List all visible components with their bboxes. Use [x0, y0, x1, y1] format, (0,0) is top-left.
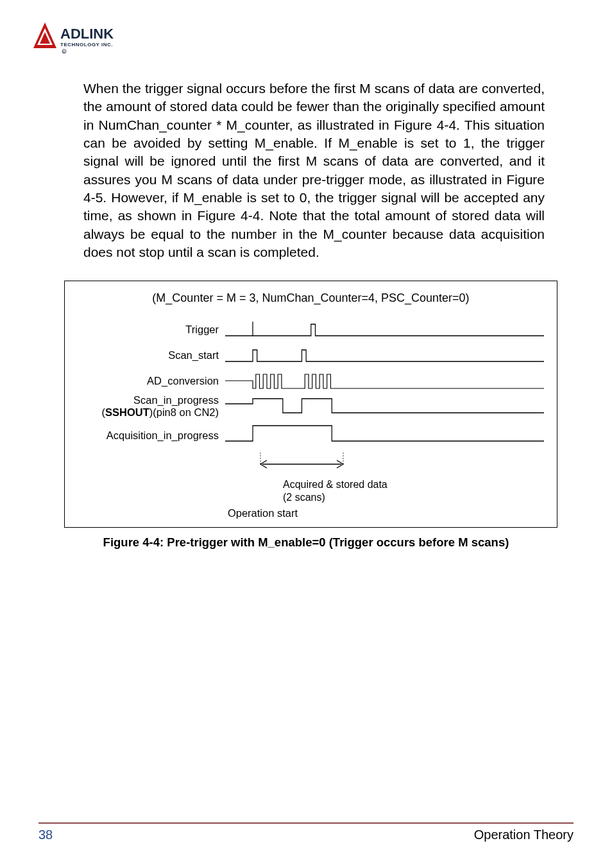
- label-acq-in-progress: Acquisition_in_progress: [78, 430, 225, 442]
- label-scan-start: Scan_start: [78, 349, 225, 361]
- operation-start-label: Operation start: [0, 507, 544, 519]
- logo-text-sub: TECHNOLOGY INC.: [60, 42, 113, 48]
- label-trigger: Trigger: [78, 324, 225, 336]
- label-scan-in-progress: Scan_in_progress (SSHOUT)(pin8 on CN2): [78, 394, 225, 419]
- body-paragraph: When the trigger signal occurs before th…: [83, 80, 545, 261]
- page-footer: 38 Operation Theory: [38, 822, 574, 842]
- page-number: 38: [38, 828, 53, 842]
- signal-row-ad-conversion: AD_conversion: [78, 368, 544, 394]
- figure-annotation-arrow: [232, 451, 544, 480]
- signal-row-trigger: Trigger: [78, 317, 544, 342]
- figure-title: (M_Counter = M = 3, NumChan_Counter=4, P…: [78, 291, 544, 305]
- svg-text:R: R: [63, 50, 65, 54]
- label-sip-line1: Scan_in_progress: [133, 394, 219, 406]
- figure-caption: Figure 4-4: Pre-trigger with M_enable=0 …: [38, 535, 574, 550]
- figure-timing-diagram: (M_Counter = M = 3, NumChan_Counter=4, P…: [64, 281, 557, 527]
- signal-row-acq-in-progress: Acquisition_in_progress: [78, 419, 544, 451]
- signal-row-scan-in-progress: Scan_in_progress (SSHOUT)(pin8 on CN2): [78, 394, 544, 419]
- section-title: Operation Theory: [474, 828, 574, 842]
- annotation-line1: Acquired & stored data: [283, 479, 387, 490]
- label-sip-bold: SSHOUT: [105, 406, 149, 418]
- logo-text-main: ADLINK: [60, 26, 114, 42]
- signal-row-scan-start: Scan_start: [78, 342, 544, 368]
- annotation-line2: (2 scans): [283, 492, 325, 503]
- label-sip-line2: )(pin8 on CN2): [149, 406, 219, 418]
- adlink-logo: ADLINK TECHNOLOGY INC. R: [32, 19, 574, 60]
- document-page: ADLINK TECHNOLOGY INC. R When the trigge…: [0, 0, 612, 868]
- label-ad-conversion: AD_conversion: [78, 375, 225, 387]
